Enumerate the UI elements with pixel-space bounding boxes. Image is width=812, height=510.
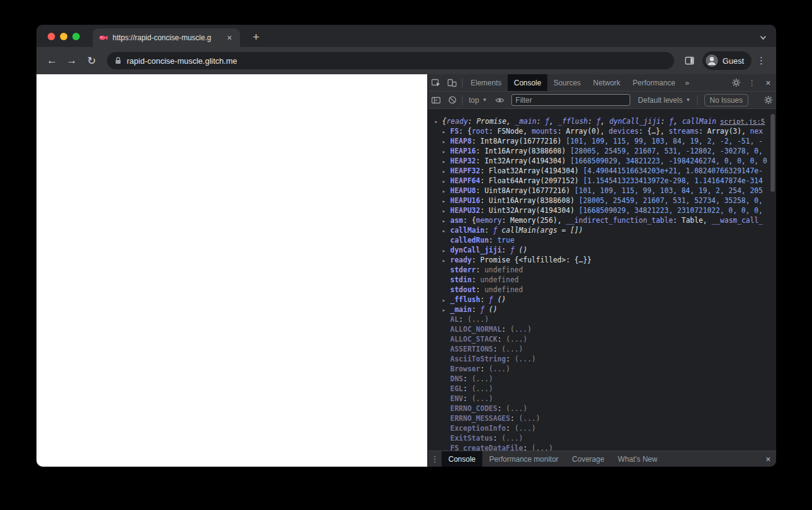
drawer-menu-icon[interactable]: ⋮ [428, 451, 442, 467]
back-icon[interactable]: ← [43, 51, 61, 70]
console-scrollbar[interactable] [770, 109, 776, 451]
address-bar[interactable]: rapid-concise-muscle.glitch.me [107, 52, 674, 69]
context-selector[interactable]: top ▼ [464, 96, 492, 105]
close-window-button[interactable] [48, 33, 55, 40]
console-tree-row-browser[interactable]: Browser: (...) [428, 364, 776, 374]
more-tabs-button[interactable]: » [682, 79, 693, 87]
devtools-tab-performance[interactable]: Performance [626, 74, 682, 91]
expand-arrow-icon[interactable]: ▸ [442, 127, 450, 136]
expand-arrow-icon[interactable]: ▸ [442, 137, 450, 146]
console-tree-row-heapf32[interactable]: ▸HEAPF32: Float32Array(4194304) [4.49044… [428, 166, 776, 176]
expand-arrow-icon[interactable]: ▸ [442, 305, 450, 314]
value-segment[interactable]: (...) [510, 325, 532, 334]
console-tree-row-errno-codes[interactable]: ERRNO_CODES: (...) [428, 404, 776, 413]
forward-icon[interactable]: → [62, 51, 81, 70]
console-tree-row-fs-createdatafile[interactable]: FS_createDataFile: (...) [428, 443, 776, 451]
drawer-tab-what-s-new[interactable]: What’s New [611, 451, 664, 467]
side-panel-icon[interactable] [680, 51, 699, 70]
source-link[interactable]: script.js:5 [716, 117, 765, 127]
devtools-tab-elements[interactable]: Elements [464, 74, 508, 91]
console-tree-row-heap16[interactable]: ▸HEAP16: Int16Array(8388608) [28005, 254… [428, 146, 776, 156]
value-segment[interactable]: (...) [472, 394, 494, 403]
value-segment[interactable]: (...) [468, 315, 489, 324]
console-tree-row-al[interactable]: AL: (...) [428, 314, 776, 324]
value-segment[interactable]: (...) [502, 434, 523, 443]
expand-arrow-icon[interactable]: ▸ [442, 147, 450, 156]
console-tree-row-assertions[interactable]: ASSERTIONS: (...) [428, 344, 776, 354]
scrollbar-thumb[interactable] [771, 114, 775, 192]
console-tree-row-exceptioninfo[interactable]: ExceptionInfo: (...) [428, 423, 776, 433]
inspect-element-icon[interactable] [428, 75, 444, 91]
console-tree-row-asm[interactable]: ▸asm: {memory: Memory(256), __indirect_f… [428, 215, 776, 225]
expand-arrow-icon[interactable]: ▸ [442, 256, 450, 265]
minimize-window-button[interactable] [60, 33, 67, 40]
expand-arrow-icon[interactable]: ▸ [442, 157, 450, 166]
console-sidebar-icon[interactable] [428, 92, 444, 108]
value-segment[interactable]: (...) [472, 374, 494, 383]
console-tree-row-env[interactable]: ENV: (...) [428, 394, 776, 404]
console-tree-row-heapu8[interactable]: ▸HEAPU8: Uint8Array(16777216) [101, 109,… [428, 186, 776, 196]
drawer-close-icon[interactable]: × [760, 451, 776, 467]
console-tree-row-fs[interactable]: ▸FS: {root: FSNode, mounts: Array(0), de… [428, 126, 776, 136]
reload-icon[interactable]: ↻ [82, 51, 101, 70]
console-tree-row-heap32[interactable]: ▸HEAP32: Int32Array(4194304) [1668509029… [428, 156, 776, 166]
drawer-tab-performance-monitor[interactable]: Performance monitor [482, 451, 565, 467]
expand-arrow-icon[interactable]: ▸ [442, 295, 450, 305]
devtools-settings-gear-icon[interactable] [728, 75, 744, 91]
tab-close-icon[interactable]: × [224, 33, 234, 43]
expand-arrow-icon[interactable]: ▸ [442, 246, 450, 255]
console-tree-row-asciitostring[interactable]: AsciiToString: (...) [428, 354, 776, 364]
devtools-menu-icon[interactable]: ⋮ [744, 75, 760, 91]
drawer-tab-coverage[interactable]: Coverage [565, 451, 611, 467]
expand-arrow-icon[interactable]: ▸ [442, 166, 450, 176]
expand-arrow-icon[interactable]: ▸ [442, 176, 450, 186]
console-tree-row-egl[interactable]: EGL: (...) [428, 384, 776, 394]
console-tree-row-alloc-stack[interactable]: ALLOC_STACK: (...) [428, 334, 776, 344]
console-tree-row-ready[interactable]: ▸ready: Promise {<fulfilled>: {…}} [428, 255, 776, 265]
collapse-arrow-icon[interactable]: ▾ [434, 117, 442, 126]
console-tree-row-callmain[interactable]: ▸callMain: ƒ callMain(args = []) [428, 225, 776, 235]
expand-arrow-icon[interactable]: ▸ [442, 206, 450, 215]
profile-button[interactable]: Guest [703, 51, 751, 70]
value-segment[interactable]: (...) [489, 365, 510, 373]
console-tree-row-exitstatus[interactable]: ExitStatus: (...) [428, 433, 776, 443]
devtools-close-icon[interactable]: × [760, 75, 776, 91]
zoom-window-button[interactable] [72, 33, 80, 40]
value-segment[interactable]: (...) [506, 404, 528, 413]
eye-icon[interactable] [492, 92, 508, 108]
device-toolbar-icon[interactable] [444, 75, 460, 91]
devtools-tab-console[interactable]: Console [508, 74, 547, 91]
value-segment[interactable]: (...) [506, 335, 528, 344]
value-segment[interactable]: (...) [515, 424, 536, 433]
expand-arrow-icon[interactable]: ▸ [442, 216, 450, 225]
console-tree-row-dyncall-jiji[interactable]: ▸dynCall_jiji: ƒ () [428, 245, 776, 255]
console-tree-row-alloc-normal[interactable]: ALLOC_NORMAL: (...) [428, 324, 776, 334]
console-tree-row-heap8[interactable]: ▸HEAP8: Int8Array(16777216) [101, 109, 1… [428, 136, 776, 146]
console-tree-row-heapu32[interactable]: ▸HEAPU32: Uint32Array(4194304) [16685090… [428, 205, 776, 215]
console-settings-gear-icon[interactable] [760, 92, 776, 108]
clear-console-icon[interactable] [444, 92, 460, 108]
tab-strip-chevron-icon[interactable] [759, 33, 767, 42]
value-segment[interactable]: (...) [472, 384, 494, 393]
devtools-tab-network[interactable]: Network [587, 74, 626, 91]
value-segment[interactable]: (...) [519, 414, 541, 423]
expand-arrow-icon[interactable]: ▸ [442, 226, 450, 235]
new-tab-button[interactable]: + [248, 29, 264, 45]
console-tree-row--fflush[interactable]: ▸_fflush: ƒ () [428, 295, 776, 305]
expand-arrow-icon[interactable]: ▸ [442, 186, 450, 196]
console-tree-row-dns[interactable]: DNS: (...) [428, 374, 776, 384]
console-tree-row-errno-messages[interactable]: ERRNO_MESSAGES: (...) [428, 413, 776, 423]
browser-menu-icon[interactable]: ⋮ [753, 52, 770, 69]
value-segment[interactable]: (...) [502, 345, 523, 353]
console-tree-row-heapf64[interactable]: ▸HEAPF64: Float64Array(2097152) [1.15454… [428, 176, 776, 186]
console-tree-row-heapu16[interactable]: ▸HEAPU16: Uint16Array(8388608) [28005, 2… [428, 196, 776, 205]
filter-input[interactable] [511, 94, 630, 106]
log-levels-dropdown[interactable]: Default levels ▼ [634, 96, 695, 105]
issues-counter[interactable]: No Issues [704, 94, 748, 106]
value-segment[interactable]: (...) [515, 355, 536, 363]
console-tree-row--main[interactable]: ▸_main: ƒ () [428, 305, 776, 314]
expand-arrow-icon[interactable]: ▸ [442, 196, 450, 205]
value-segment[interactable]: (...) [532, 444, 553, 451]
browser-tab[interactable]: https://rapid-concise-muscle.g × [93, 28, 240, 47]
devtools-tab-sources[interactable]: Sources [547, 74, 587, 91]
